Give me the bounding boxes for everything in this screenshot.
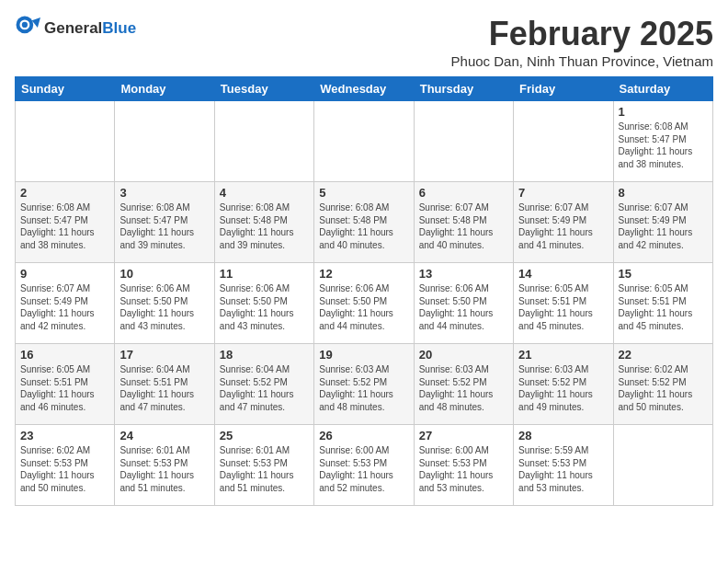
calendar-cell: 27Sunrise: 6:00 AM Sunset: 5:53 PM Dayli… xyxy=(414,425,513,506)
day-number: 21 xyxy=(518,348,608,362)
day-number: 28 xyxy=(518,429,608,442)
day-number: 2 xyxy=(20,186,109,200)
calendar-cell xyxy=(314,101,414,182)
calendar-cell: 21Sunrise: 6:03 AM Sunset: 5:52 PM Dayli… xyxy=(514,344,613,425)
calendar-cell: 14Sunrise: 6:05 AM Sunset: 5:51 PM Dayli… xyxy=(514,263,613,344)
calendar-cell: 13Sunrise: 6:06 AM Sunset: 5:50 PM Dayli… xyxy=(414,263,513,344)
calendar-cell: 20Sunrise: 6:03 AM Sunset: 5:52 PM Dayli… xyxy=(414,344,513,425)
day-number: 12 xyxy=(319,267,408,281)
weekday-header-monday: Monday xyxy=(115,77,214,101)
calendar-cell: 9Sunrise: 6:07 AM Sunset: 5:49 PM Daylig… xyxy=(16,263,115,344)
day-number: 8 xyxy=(619,186,708,200)
weekday-header-row: SundayMondayTuesdayWednesdayThursdayFrid… xyxy=(16,77,713,101)
page-header: GeneralBlue February 2025 Phuoc Dan, Nin… xyxy=(15,15,713,69)
day-number: 7 xyxy=(518,186,608,200)
day-number: 17 xyxy=(119,348,209,362)
day-info: Sunrise: 6:08 AM Sunset: 5:48 PM Dayligh… xyxy=(319,201,408,251)
day-info: Sunrise: 6:06 AM Sunset: 5:50 PM Dayligh… xyxy=(220,282,309,332)
day-number: 19 xyxy=(319,348,408,362)
day-number: 5 xyxy=(319,186,408,200)
day-info: Sunrise: 6:02 AM Sunset: 5:52 PM Dayligh… xyxy=(619,363,708,413)
calendar-cell: 1Sunrise: 6:08 AM Sunset: 5:47 PM Daylig… xyxy=(613,101,712,182)
day-number: 20 xyxy=(419,348,508,362)
day-number: 22 xyxy=(619,348,708,362)
logo-icon xyxy=(15,15,40,40)
day-info: Sunrise: 6:06 AM Sunset: 5:50 PM Dayligh… xyxy=(319,282,408,332)
day-info: Sunrise: 6:07 AM Sunset: 5:49 PM Dayligh… xyxy=(20,282,109,332)
day-number: 16 xyxy=(20,348,109,362)
day-info: Sunrise: 6:06 AM Sunset: 5:50 PM Dayligh… xyxy=(419,282,508,332)
calendar-cell xyxy=(613,425,712,506)
day-info: Sunrise: 6:08 AM Sunset: 5:47 PM Dayligh… xyxy=(119,201,209,251)
day-info: Sunrise: 6:03 AM Sunset: 5:52 PM Dayligh… xyxy=(518,363,608,413)
calendar-cell: 5Sunrise: 6:08 AM Sunset: 5:48 PM Daylig… xyxy=(314,182,414,263)
day-number: 6 xyxy=(419,186,508,200)
day-info: Sunrise: 6:05 AM Sunset: 5:51 PM Dayligh… xyxy=(518,282,608,332)
calendar-cell: 3Sunrise: 6:08 AM Sunset: 5:47 PM Daylig… xyxy=(115,182,214,263)
calendar-cell xyxy=(115,101,214,182)
calendar-week-4: 16Sunrise: 6:05 AM Sunset: 5:51 PM Dayli… xyxy=(16,344,713,425)
calendar-cell: 22Sunrise: 6:02 AM Sunset: 5:52 PM Dayli… xyxy=(613,344,712,425)
weekday-header-saturday: Saturday xyxy=(613,77,712,101)
day-info: Sunrise: 6:06 AM Sunset: 5:50 PM Dayligh… xyxy=(119,282,209,332)
day-number: 24 xyxy=(119,429,209,442)
day-info: Sunrise: 6:04 AM Sunset: 5:51 PM Dayligh… xyxy=(119,363,209,413)
calendar-cell: 6Sunrise: 6:07 AM Sunset: 5:48 PM Daylig… xyxy=(414,182,513,263)
calendar-week-5: 23Sunrise: 6:02 AM Sunset: 5:53 PM Dayli… xyxy=(16,425,713,506)
day-number: 26 xyxy=(319,429,408,442)
day-info: Sunrise: 6:08 AM Sunset: 5:47 PM Dayligh… xyxy=(619,121,708,170)
day-info: Sunrise: 6:07 AM Sunset: 5:49 PM Dayligh… xyxy=(619,201,708,251)
calendar-cell: 25Sunrise: 6:01 AM Sunset: 5:53 PM Dayli… xyxy=(214,425,313,506)
day-info: Sunrise: 6:00 AM Sunset: 5:53 PM Dayligh… xyxy=(319,444,408,494)
day-info: Sunrise: 6:03 AM Sunset: 5:52 PM Dayligh… xyxy=(419,363,508,413)
day-info: Sunrise: 6:08 AM Sunset: 5:48 PM Dayligh… xyxy=(220,201,309,251)
calendar-cell: 8Sunrise: 6:07 AM Sunset: 5:49 PM Daylig… xyxy=(613,182,712,263)
day-info: Sunrise: 6:03 AM Sunset: 5:52 PM Dayligh… xyxy=(319,363,408,413)
day-info: Sunrise: 6:04 AM Sunset: 5:52 PM Dayligh… xyxy=(220,363,309,413)
day-number: 18 xyxy=(220,348,309,362)
title-area: February 2025 Phuoc Dan, Ninh Thuan Prov… xyxy=(451,15,713,69)
calendar-week-2: 2Sunrise: 6:08 AM Sunset: 5:47 PM Daylig… xyxy=(16,182,713,263)
logo-general: General xyxy=(44,19,102,37)
day-number: 1 xyxy=(619,105,708,119)
calendar-cell: 24Sunrise: 6:01 AM Sunset: 5:53 PM Dayli… xyxy=(115,425,214,506)
day-info: Sunrise: 6:07 AM Sunset: 5:49 PM Dayligh… xyxy=(518,201,608,251)
day-number: 3 xyxy=(119,186,209,200)
day-info: Sunrise: 5:59 AM Sunset: 5:53 PM Dayligh… xyxy=(518,444,608,494)
day-info: Sunrise: 6:01 AM Sunset: 5:53 PM Dayligh… xyxy=(119,444,209,494)
calendar-cell: 16Sunrise: 6:05 AM Sunset: 5:51 PM Dayli… xyxy=(16,344,115,425)
calendar-cell: 4Sunrise: 6:08 AM Sunset: 5:48 PM Daylig… xyxy=(214,182,313,263)
calendar-cell xyxy=(16,101,115,182)
calendar-cell: 7Sunrise: 6:07 AM Sunset: 5:49 PM Daylig… xyxy=(514,182,613,263)
calendar-cell: 23Sunrise: 6:02 AM Sunset: 5:53 PM Dayli… xyxy=(16,425,115,506)
logo: GeneralBlue xyxy=(15,15,136,40)
calendar-week-3: 9Sunrise: 6:07 AM Sunset: 5:49 PM Daylig… xyxy=(16,263,713,344)
calendar-week-1: 1Sunrise: 6:08 AM Sunset: 5:47 PM Daylig… xyxy=(16,101,713,182)
weekday-header-sunday: Sunday xyxy=(16,77,115,101)
day-info: Sunrise: 6:05 AM Sunset: 5:51 PM Dayligh… xyxy=(619,282,708,332)
day-info: Sunrise: 6:01 AM Sunset: 5:53 PM Dayligh… xyxy=(220,444,309,494)
day-number: 23 xyxy=(20,429,109,442)
calendar-cell xyxy=(514,101,613,182)
day-number: 13 xyxy=(419,267,508,281)
day-number: 14 xyxy=(518,267,608,281)
day-info: Sunrise: 6:07 AM Sunset: 5:48 PM Dayligh… xyxy=(419,201,508,251)
weekday-header-thursday: Thursday xyxy=(414,77,513,101)
calendar-cell: 2Sunrise: 6:08 AM Sunset: 5:47 PM Daylig… xyxy=(16,182,115,263)
calendar-cell: 26Sunrise: 6:00 AM Sunset: 5:53 PM Dayli… xyxy=(314,425,414,506)
day-number: 27 xyxy=(419,429,508,442)
calendar-cell xyxy=(214,101,313,182)
logo-blue: Blue xyxy=(102,19,136,37)
calendar-cell: 12Sunrise: 6:06 AM Sunset: 5:50 PM Dayli… xyxy=(314,263,414,344)
day-number: 9 xyxy=(20,267,109,281)
weekday-header-tuesday: Tuesday xyxy=(214,77,313,101)
calendar-cell: 15Sunrise: 6:05 AM Sunset: 5:51 PM Dayli… xyxy=(613,263,712,344)
calendar-cell: 28Sunrise: 5:59 AM Sunset: 5:53 PM Dayli… xyxy=(514,425,613,506)
day-info: Sunrise: 6:02 AM Sunset: 5:53 PM Dayligh… xyxy=(20,444,109,494)
day-number: 25 xyxy=(220,429,309,442)
day-number: 15 xyxy=(619,267,708,281)
day-info: Sunrise: 6:00 AM Sunset: 5:53 PM Dayligh… xyxy=(419,444,508,494)
day-number: 4 xyxy=(220,186,309,200)
calendar-cell xyxy=(414,101,513,182)
calendar-cell: 19Sunrise: 6:03 AM Sunset: 5:52 PM Dayli… xyxy=(314,344,414,425)
